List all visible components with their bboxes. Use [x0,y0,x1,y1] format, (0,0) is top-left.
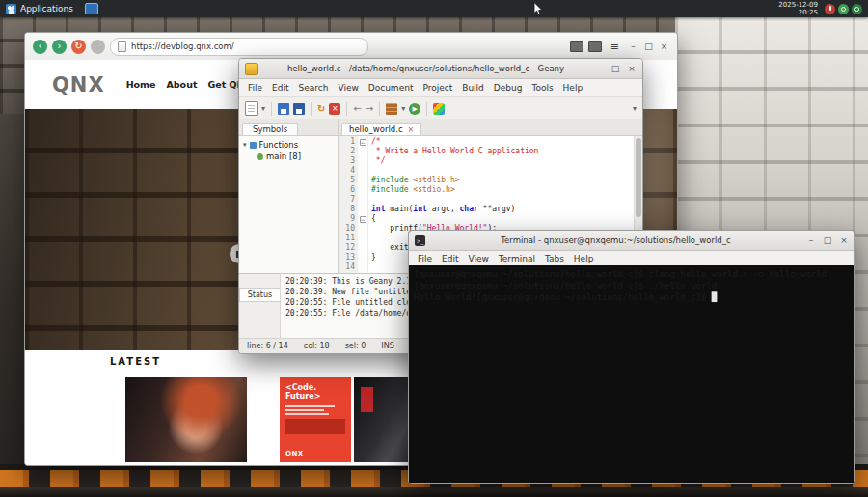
terminal-maximize-button[interactable]: □ [823,235,832,245]
save-all-icon[interactable] [293,103,305,115]
article-card-1[interactable] [125,377,247,462]
qnx-logo[interactable]: QNX [52,73,105,97]
taskbar-clock[interactable]: 2025-12-09 20:25 [778,1,825,16]
browser-close-button[interactable]: × [659,41,669,51]
fold-margin: −− [358,136,368,273]
menu-item[interactable]: Edit [267,83,293,93]
menu-item[interactable]: File [413,254,437,263]
menu-item[interactable]: View [333,83,363,93]
tab-preview-icon-2[interactable] [588,41,602,52]
browser-maximize-button[interactable]: □ [643,41,654,51]
menu-item[interactable]: Tabs [540,254,569,263]
scrollbar-thumb[interactable] [636,138,641,217]
new-file-icon[interactable] [245,101,258,116]
code-line: int main(int argc, char **argv) [371,205,634,214]
browser-toolbar: ‹ › ↻ https://devblog.qnx.com/ ≡ – □ × [25,33,677,61]
geany-menubar: FileEditSearchViewDocumentProjectBuildDe… [239,79,642,97]
browser-reload-button[interactable]: ↻ [71,40,86,54]
editor-tab-strip: hello_world.c × [339,119,642,136]
terminal-minimize-button[interactable]: – [806,235,816,245]
sidebar-tab-strip: Symbols [239,119,338,136]
new-file-dropdown-icon[interactable]: ▾ [261,104,265,113]
terminal-titlebar[interactable]: >_ Terminal - qnxuser@qnxqemu:~/solution… [409,231,854,251]
compile-icon[interactable] [386,103,397,115]
tree-item-main[interactable]: main [8] [243,151,334,162]
sidebar-tab-symbols[interactable]: Symbols [242,123,298,135]
menu-item[interactable]: Help [558,83,588,93]
menu-item[interactable]: Build [457,83,489,93]
terminal-screen[interactable]: [qnxuser@qnxqemu ~/solutions/hello_world… [409,265,854,483]
taskbar: Applications 2025-12-09 20:25 [0,0,868,17]
menu-item[interactable]: Edit [437,254,463,263]
menu-item[interactable]: Terminal [494,254,540,263]
taskbar-window-button[interactable] [85,3,98,14]
geany-app-icon [245,63,258,75]
nav-back-icon[interactable]: ← [353,103,361,115]
geany-minimize-button[interactable]: – [594,64,604,73]
geany-close-button[interactable]: × [627,64,637,73]
browser-home-button[interactable] [91,40,105,54]
terminal-close-button[interactable]: × [839,235,849,245]
clock-time: 20:25 [778,9,818,16]
menu-item[interactable]: Tools [527,83,557,93]
save-icon[interactable] [278,103,289,115]
message-tab-strip: Status [239,274,281,340]
browser-address-bar[interactable]: https://devblog.qnx.com/ [110,38,368,56]
code-line: #include <stdio.h> [371,185,634,195]
nav-link[interactable]: Home [126,79,156,90]
line-numbers: 1234567891011121314 [339,136,358,273]
terminal-app-icon: >_ [415,235,425,246]
editor-tab[interactable]: hello_world.c × [341,123,421,135]
code-line: { [371,214,634,224]
color-chooser-icon[interactable] [433,103,445,115]
geany-sidebar: Symbols ▾ Functions main [8] [239,119,339,273]
applications-menu-button[interactable]: Applications [0,0,79,17]
clock-date: 2025-12-09 [778,1,818,9]
statusbar-field: INS [381,342,393,350]
tab-preview-icon-1[interactable] [570,41,583,52]
execute-icon[interactable]: ▶ [409,103,420,115]
symbol-group-icon [250,142,257,149]
menu-item[interactable]: Help [569,254,599,263]
floor-shadow [0,487,868,497]
build-dropdown-icon[interactable]: ▾ [401,104,405,113]
menu-item[interactable]: Debug [489,83,528,93]
menu-item[interactable]: View [464,254,494,263]
article-card-2[interactable]: <Code. Future> QNX [280,377,351,462]
nav-forward-icon[interactable]: → [366,103,373,115]
menu-item[interactable]: Project [418,83,457,93]
applications-label: Applications [20,4,73,14]
symbol-function-icon [257,153,263,160]
code-line [371,166,634,176]
symbols-tree: ▾ Functions main [8] [239,136,338,273]
revert-icon[interactable]: ↻ [317,103,325,115]
menu-item[interactable]: File [243,83,267,93]
menu-item[interactable]: Search [294,83,334,93]
code-line: /* [371,137,634,147]
code-line [371,195,634,205]
card-speaker-box [285,419,345,434]
expander-icon[interactable]: ▾ [243,141,247,149]
card-text-placeholder [285,405,345,415]
geany-maximize-button[interactable]: □ [610,64,620,73]
tree-item-functions[interactable]: ▾ Functions [243,139,334,151]
page-icon [118,41,126,52]
logout-button[interactable] [852,4,862,14]
toolbar-overflow-icon[interactable]: ▾ [633,104,637,113]
close-file-icon[interactable]: × [329,103,340,115]
shutdown-button[interactable] [825,4,835,14]
menu-item[interactable]: Document [364,83,419,93]
browser-menu-icon[interactable]: ≡ [607,41,623,53]
terminal-line: Hello World![qnxuser@qnxqemu ~/solutions… [414,291,850,303]
browser-forward-button[interactable]: › [52,40,67,54]
browser-back-button[interactable]: ‹ [33,40,47,54]
message-tab-status[interactable]: Status [239,288,280,302]
restart-button[interactable] [838,4,849,14]
card-title-line2: Future> [285,392,345,400]
statusbar-field: line: 6 / 14 [247,342,288,350]
nav-link[interactable]: About [166,79,197,90]
geany-titlebar[interactable]: hello_world.c - /data/home/qnxuser/solut… [239,59,642,79]
tab-close-icon[interactable]: × [408,125,415,134]
browser-minimize-button[interactable]: – [628,41,638,51]
editor-tab-label: hello_world.c [349,124,403,134]
